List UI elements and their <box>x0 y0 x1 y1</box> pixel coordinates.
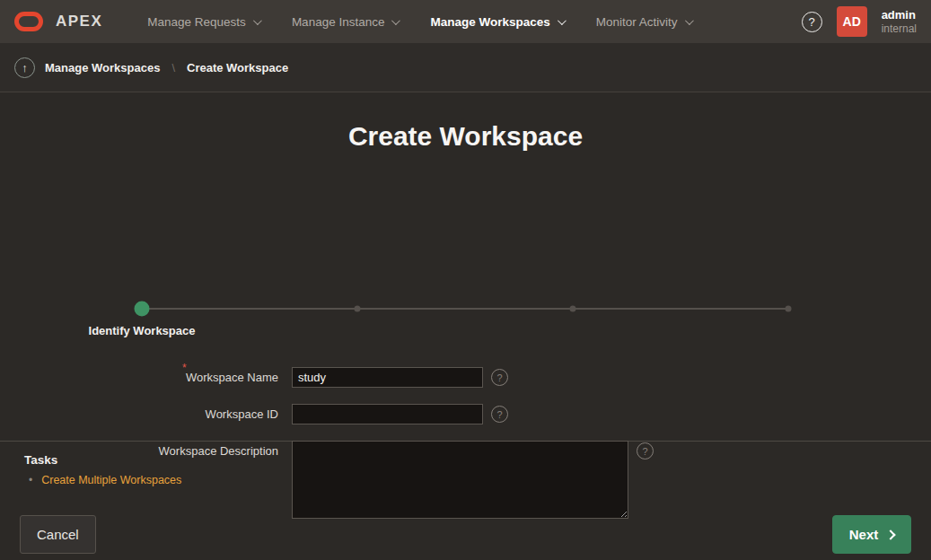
wizard-step-3 <box>569 306 575 312</box>
user-name: admin <box>882 8 917 22</box>
wizard-step-1-current <box>135 302 150 317</box>
user-context: internal <box>882 22 917 35</box>
nav-item-manage-requests[interactable]: Manage Requests <box>131 0 276 43</box>
page-title: Create Workspace <box>0 92 931 152</box>
breadcrumb-separator: \ <box>171 61 175 74</box>
top-navbar: APEX Manage Requests Manage Instance Man… <box>0 0 931 43</box>
help-glyph: ? <box>496 372 502 383</box>
nav-item-monitor-activity[interactable]: Monitor Activity <box>580 0 707 43</box>
nav-item-label: Manage Instance <box>292 15 385 29</box>
nav-item-label: Manage Requests <box>147 15 246 29</box>
workspace-description-textarea[interactable] <box>292 441 628 519</box>
workspace-name-label-cell: * Workspace Name <box>0 367 278 384</box>
up-arrow-icon[interactable]: ↑ <box>14 57 35 78</box>
workspace-name-input[interactable] <box>292 367 483 388</box>
workspace-name-label: Workspace Name <box>186 371 278 384</box>
breadcrumb: ↑ Manage Workspaces \ Create Workspace <box>0 43 931 92</box>
nav-item-manage-workspaces[interactable]: Manage Workspaces <box>414 0 579 43</box>
avatar-initials: AD <box>843 14 861 29</box>
workspace-id-label: Workspace ID <box>206 407 278 421</box>
workspace-description-label: Workspace Description <box>159 444 278 458</box>
create-workspace-form: * Workspace Name ? Workspace ID ? <box>0 367 931 535</box>
workspace-id-input[interactable] <box>292 404 483 424</box>
nav-item-label: Monitor Activity <box>596 15 678 29</box>
chevron-down-icon <box>558 16 567 25</box>
nav-item-manage-instance[interactable]: Manage Instance <box>276 0 415 43</box>
help-glyph: ? <box>642 446 647 457</box>
navbar-right: ? AD admin internal <box>802 6 917 37</box>
workspace-description-help-icon[interactable]: ? <box>637 442 654 459</box>
up-glyph: ↑ <box>22 61 28 74</box>
wizard-step-2 <box>354 306 360 312</box>
user-meta: admin internal <box>882 8 917 35</box>
main-content: Create Workspace Identify Workspace * Wo… <box>0 92 931 441</box>
nav-menu: Manage Requests Manage Instance Manage W… <box>131 0 707 43</box>
breadcrumb-current: Create Workspace <box>187 61 288 74</box>
form-row-workspace-description: Workspace Description ? <box>0 441 931 519</box>
required-marker: * <box>182 362 187 374</box>
wizard-step-label: Identify Workspace <box>89 324 196 337</box>
chevron-down-icon <box>253 16 262 25</box>
breadcrumb-parent[interactable]: Manage Workspaces <box>45 61 160 74</box>
help-icon[interactable]: ? <box>802 12 822 32</box>
help-glyph: ? <box>496 409 502 420</box>
wizard-progress: Identify Workspace <box>142 308 788 349</box>
chevron-down-icon <box>391 16 400 25</box>
apex-brand[interactable]: APEX <box>14 12 102 31</box>
wizard-step-4 <box>786 306 792 312</box>
help-glyph: ? <box>809 15 815 29</box>
brand-label: APEX <box>56 13 102 31</box>
nav-item-label: Manage Workspaces <box>430 15 549 29</box>
workspace-id-label-cell: Workspace ID <box>0 404 278 421</box>
workspace-name-help-icon[interactable]: ? <box>491 369 508 386</box>
workspace-id-help-icon[interactable]: ? <box>491 406 508 423</box>
avatar[interactable]: AD <box>837 6 867 37</box>
form-row-workspace-id: Workspace ID ? <box>0 404 931 424</box>
oracle-logo-icon <box>14 12 43 31</box>
workspace-description-label-cell: Workspace Description <box>0 441 278 458</box>
form-row-workspace-name: * Workspace Name ? <box>0 367 931 388</box>
chevron-down-icon <box>685 16 694 25</box>
wizard-line <box>142 308 788 310</box>
